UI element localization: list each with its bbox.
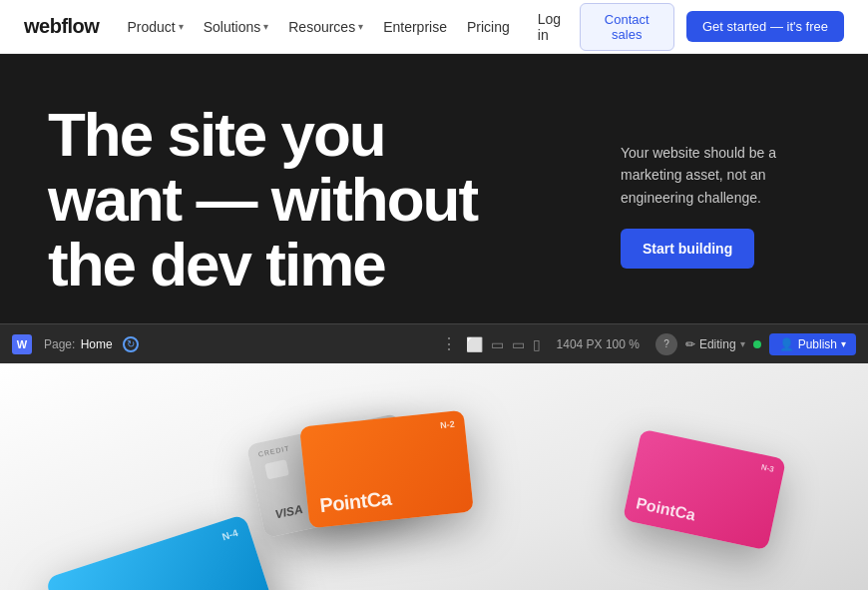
card-pink: N-3 PointCa — [623, 429, 786, 551]
refresh-icon[interactable]: ↻ — [123, 336, 139, 352]
card-credit-label: CREDIT — [257, 444, 290, 458]
nav-pricing[interactable]: Pricing — [467, 19, 510, 35]
mobile-portrait-icon[interactable]: ▯ — [533, 336, 541, 352]
mobile-landscape-icon[interactable]: ▭ — [512, 336, 525, 352]
nav-actions: Log in Contact sales Get started — it's … — [538, 3, 844, 51]
start-building-button[interactable]: Start building — [621, 229, 754, 269]
card-brand-pink: PointCa — [635, 494, 697, 524]
editor-page-label: Page: Home — [44, 337, 113, 351]
nav-resources[interactable]: Resources ▾ — [288, 19, 363, 35]
card-num-blue: N-4 — [220, 527, 239, 542]
editor-toolbar: W Page: Home ↻ ⋮ ⬜ ▭ ▭ ▯ 1404 PX 100 % ?… — [0, 323, 868, 363]
logo[interactable]: webflow — [24, 15, 99, 38]
resources-chevron-icon: ▾ — [358, 21, 363, 32]
navigation: webflow Product ▾ Solutions ▾ Resources … — [0, 0, 868, 54]
card-blue: N-4 ointCa — [45, 514, 284, 590]
card-chip — [264, 459, 289, 479]
editor-logo: W — [12, 334, 32, 354]
publish-chevron-icon: ▾ — [841, 338, 846, 349]
device-icons: ⬜ ▭ ▭ ▯ — [466, 336, 541, 352]
user-avatar: ? — [655, 333, 677, 355]
product-chevron-icon: ▾ — [179, 21, 184, 32]
hero-title: The site you want — without the dev time — [48, 102, 567, 296]
more-options-icon[interactable]: ⋮ — [441, 334, 458, 353]
nav-enterprise[interactable]: Enterprise — [383, 19, 447, 35]
login-link[interactable]: Log in — [538, 11, 568, 43]
preview-area: VISA N-2 CREDIT N-2 PointCa N-3 PointCa … — [0, 363, 868, 590]
editor-right-actions: ? ✏ Editing ▾ 👤 Publish ▾ — [655, 333, 856, 355]
contact-sales-button[interactable]: Contact sales — [580, 3, 674, 51]
card-orange: N-2 PointCa — [299, 410, 474, 529]
card-num-pink: N-3 — [760, 462, 774, 473]
solutions-chevron-icon: ▾ — [263, 21, 268, 32]
card-visa-label: VISA — [273, 502, 303, 522]
nav-product[interactable]: Product ▾ — [127, 19, 183, 35]
publish-button[interactable]: 👤 Publish ▾ — [769, 333, 856, 355]
hero-right: Your website should be a marketing asset… — [601, 102, 820, 269]
sync-status-icon — [753, 340, 761, 348]
card-num-orange: N-2 — [440, 419, 455, 430]
hero-left: The site you want — without the dev time — [48, 102, 601, 296]
card-brand-orange: PointCa — [318, 487, 392, 517]
tablet-icon[interactable]: ▭ — [491, 336, 504, 352]
preview-canvas: VISA N-2 CREDIT N-2 PointCa N-3 PointCa … — [0, 363, 868, 590]
desktop-icon[interactable]: ⬜ — [466, 336, 483, 352]
user-icon: 👤 — [779, 337, 794, 351]
get-started-button[interactable]: Get started — it's free — [686, 11, 844, 42]
nav-solutions[interactable]: Solutions ▾ — [204, 19, 269, 35]
resolution-display: 1404 PX 100 % — [557, 337, 640, 351]
hero-subtitle: Your website should be a marketing asset… — [621, 142, 820, 209]
editing-mode[interactable]: ✏ Editing ▾ — [685, 337, 745, 351]
nav-links: Product ▾ Solutions ▾ Resources ▾ Enterp… — [127, 19, 509, 35]
hero-section: The site you want — without the dev time… — [0, 54, 868, 323]
editing-chevron-icon: ▾ — [740, 338, 745, 349]
